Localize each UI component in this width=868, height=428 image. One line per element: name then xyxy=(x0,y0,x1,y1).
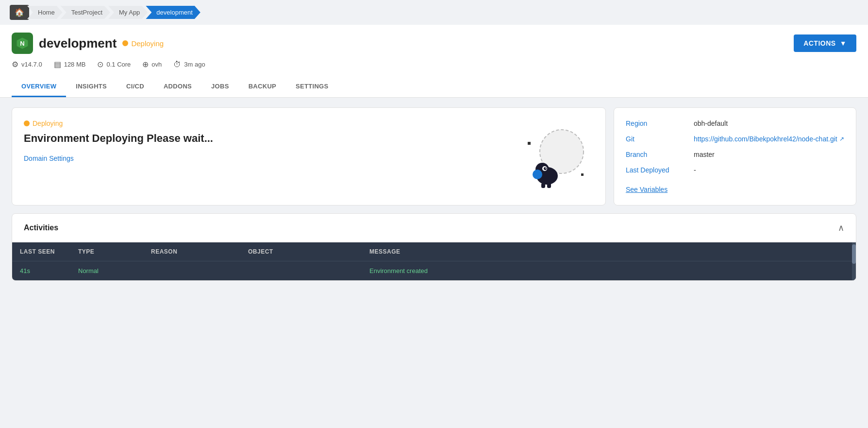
title-row: N development Deploying ACTIONS ▼ xyxy=(12,33,856,54)
breadcrumb: 🏠 Home TestProject My App development xyxy=(0,0,868,25)
th-type: TYPE xyxy=(78,248,151,255)
title-left: N development Deploying xyxy=(12,33,164,54)
app-logo: N xyxy=(12,33,33,54)
td-last-seen: 41s xyxy=(20,267,78,274)
td-object xyxy=(248,267,369,274)
main-content: Deploying Environment Deploying Please w… xyxy=(0,98,868,291)
status-text: Deploying xyxy=(131,39,164,48)
tab-overview[interactable]: OVERVIEW xyxy=(12,77,66,97)
svg-point-5 xyxy=(533,170,542,179)
globe-icon: ⊕ xyxy=(142,60,149,69)
external-link-icon: ↗ xyxy=(839,136,844,142)
particle1 xyxy=(528,142,531,145)
breadcrumb-item-testproject[interactable]: TestProject xyxy=(61,6,110,19)
see-variables-link[interactable]: See Variables xyxy=(626,186,668,193)
activities-section: Activities ∧ LAST SEEN TYPE REASON OBJEC… xyxy=(12,213,856,281)
status-badge: Deploying xyxy=(122,39,164,48)
td-message: Environment created xyxy=(369,267,848,274)
svg-text:N: N xyxy=(20,40,24,47)
tab-cicd[interactable]: CI/CD xyxy=(117,77,154,97)
clock-icon: ⏱ xyxy=(173,60,181,69)
info-row-branch: Branch master xyxy=(626,151,844,158)
activities-table-container: LAST SEEN TYPE REASON OBJECT MESSAGE 41s… xyxy=(12,242,856,280)
home-icon[interactable]: 🏠 xyxy=(10,5,29,20)
tab-backup[interactable]: BACKUP xyxy=(239,77,286,97)
th-message: MESSAGE xyxy=(369,248,848,255)
svg-point-7 xyxy=(544,167,547,170)
th-reason: REASON xyxy=(151,248,248,255)
app-header: N development Deploying ACTIONS ▼ ⚙ v14.… xyxy=(0,25,868,98)
app-name: development xyxy=(39,36,117,51)
monster-animation xyxy=(528,127,586,186)
monster-svg xyxy=(528,149,567,188)
particle2 xyxy=(581,173,584,176)
tab-jobs[interactable]: JOBS xyxy=(201,77,239,97)
meta-region: ⊕ ovh xyxy=(142,60,162,69)
tab-settings[interactable]: SETTINGS xyxy=(286,77,338,97)
deploy-card: Deploying Environment Deploying Please w… xyxy=(12,107,606,205)
breadcrumb-item-development[interactable]: development xyxy=(146,6,200,19)
domain-settings-link[interactable]: Domain Settings xyxy=(24,154,74,162)
meta-row: ⚙ v14.7.0 ▤ 128 MB ⊙ 0.1 Core ⊕ ovh ⏱ 3m… xyxy=(12,60,856,75)
td-reason xyxy=(151,267,248,274)
activities-header: Activities ∧ xyxy=(12,214,856,242)
activities-title: Activities xyxy=(24,223,58,232)
info-row-last-deployed: Last Deployed - xyxy=(626,166,844,174)
breadcrumb-item-myapp[interactable]: My App xyxy=(108,6,148,19)
breadcrumb-item-home[interactable]: Home xyxy=(27,6,63,19)
svg-rect-9 xyxy=(541,183,545,188)
cpu-icon: ⊙ xyxy=(97,60,103,69)
memory-icon: ▤ xyxy=(54,60,61,69)
info-row-region: Region obh-default xyxy=(626,120,844,127)
info-row-git: Git https://github.com/Bibekpokhrel42/no… xyxy=(626,135,844,143)
gear-icon: ⚙ xyxy=(12,60,18,69)
svg-point-8 xyxy=(545,168,546,169)
meta-cpu: ⊙ 0.1 Core xyxy=(97,60,131,69)
info-card: Region obh-default Git https://github.co… xyxy=(614,107,856,205)
chevron-down-icon: ▼ xyxy=(840,39,847,47)
deploy-title: Environment Deploying Please wait... xyxy=(24,132,594,145)
status-dot xyxy=(122,40,128,46)
git-link[interactable]: https://github.com/Bibekpokhrel42/node-c… xyxy=(694,135,844,143)
tab-addons[interactable]: ADDONS xyxy=(154,77,201,97)
th-last-seen: LAST SEEN xyxy=(20,248,78,255)
collapse-icon[interactable]: ∧ xyxy=(838,223,844,233)
th-object: OBJECT xyxy=(248,248,369,255)
deploy-status-label: Deploying xyxy=(24,120,594,127)
table-row: 41s Normal Environment created xyxy=(12,261,856,280)
scrollbar-track[interactable] xyxy=(852,242,856,280)
cards-row: Deploying Environment Deploying Please w… xyxy=(12,107,856,205)
meta-version: ⚙ v14.7.0 xyxy=(12,60,42,69)
actions-button[interactable]: ACTIONS ▼ xyxy=(794,34,856,52)
meta-memory: ▤ 128 MB xyxy=(54,60,86,69)
table-header: LAST SEEN TYPE REASON OBJECT MESSAGE xyxy=(12,242,856,261)
svg-rect-10 xyxy=(547,183,551,188)
td-type: Normal xyxy=(78,267,151,274)
deploy-spinner xyxy=(24,120,30,126)
tabs: OVERVIEW INSIGHTS CI/CD ADDONS JOBS BACK… xyxy=(12,77,856,97)
meta-time: ⏱ 3m ago xyxy=(173,60,205,69)
tab-insights[interactable]: INSIGHTS xyxy=(66,77,117,97)
scrollbar-thumb[interactable] xyxy=(852,244,856,264)
